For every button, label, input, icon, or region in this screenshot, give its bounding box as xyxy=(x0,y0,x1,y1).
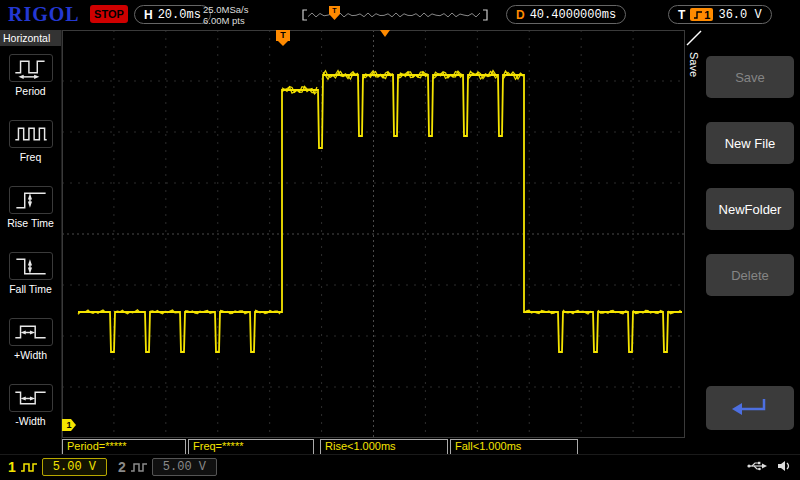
freq-icon xyxy=(9,120,53,148)
rigol-logo: RIGOL xyxy=(8,3,80,26)
menu-button-newfolder[interactable]: NewFolder xyxy=(706,188,794,230)
sidebar-item-freq[interactable]: Freq xyxy=(0,112,61,178)
left-bracket-icon xyxy=(303,10,307,20)
acquisition-info: 25.0MSa/s 6.00M pts xyxy=(203,4,248,26)
sidebar-item-width[interactable]: +Width xyxy=(0,310,61,376)
channel1-scale: 5.00 V xyxy=(42,458,107,476)
channel1-number: 1 xyxy=(8,459,16,475)
sidebar-item-label: Period xyxy=(0,85,61,97)
channel2-status[interactable]: 2 5.00 V xyxy=(118,458,217,476)
menu-tab-label: Save xyxy=(688,52,700,77)
measure-sidebar: Horizontal PeriodFreqRise TimeFall Time+… xyxy=(0,30,62,454)
sidebar-item-width[interactable]: -Width xyxy=(0,376,61,442)
horizontal-label: H xyxy=(144,8,153,22)
channel-status-bar: 1 5.00 V 2 5.00 V xyxy=(0,454,800,480)
trigger-position-marker[interactable]: T xyxy=(276,30,290,41)
sidebar-item-label: +Width xyxy=(0,349,61,361)
measurement-readout-row: Period=*****Freq=*****Rise<1.000msFall<1… xyxy=(62,439,578,455)
menu-button-delete[interactable]: Delete xyxy=(706,254,794,296)
trigger-info[interactable]: T 1 36.0 V xyxy=(668,5,772,24)
rising-edge-icon xyxy=(693,10,703,20)
menu-tab: Save xyxy=(685,30,703,77)
channel2-number: 2 xyxy=(118,459,126,475)
enter-arrow-icon xyxy=(720,394,780,422)
softkey-menu: Save SaveNew FileNewFolderDelete xyxy=(685,30,800,454)
waveform-plot xyxy=(62,30,685,438)
neg-width-icon xyxy=(9,384,53,412)
square-wave-icon xyxy=(20,461,38,473)
memory-depth: 6.00M pts xyxy=(203,15,248,26)
pos-width-icon xyxy=(9,318,53,346)
sidebar-item-rise-time[interactable]: Rise Time xyxy=(0,178,61,244)
period-icon xyxy=(9,54,53,82)
trigger-position-thumb-marker[interactable]: T xyxy=(329,6,340,20)
trigger-level: 36.0 V xyxy=(718,8,761,22)
sidebar-item-label: Rise Time xyxy=(0,217,61,229)
measurement-fall: Fall<1.000ms xyxy=(450,439,578,455)
channel1-status[interactable]: 1 5.00 V xyxy=(8,458,107,476)
measurement-period: Period=***** xyxy=(62,439,186,455)
sidebar-item-label: Freq xyxy=(0,151,61,163)
square-wave-icon xyxy=(130,461,148,473)
channel2-scale: 5.00 V xyxy=(152,458,217,476)
tab-corner-icon xyxy=(685,30,703,46)
trigger-label: T xyxy=(678,8,685,22)
top-status-bar: RIGOL STOP H 20.0ms 25.0MSa/s 6.00M pts … xyxy=(0,0,800,30)
sidebar-title: Horizontal xyxy=(0,30,61,46)
memory-position-bar[interactable]: T xyxy=(300,6,490,24)
right-bracket-icon xyxy=(483,10,487,20)
measurement-freq: Freq=***** xyxy=(188,439,314,455)
trigger-marker-label: T xyxy=(280,30,286,40)
waveform-display: T 1 xyxy=(62,30,685,438)
sidebar-item-label: -Width xyxy=(0,415,61,427)
menu-button-new-file[interactable]: New File xyxy=(706,122,794,164)
fall-time-icon xyxy=(9,252,53,280)
run-state-badge[interactable]: STOP xyxy=(90,5,128,23)
horizontal-timebase[interactable]: H 20.0ms xyxy=(134,5,211,24)
horizontal-delay[interactable]: D 40.4000000ms xyxy=(506,5,626,24)
horizontal-center-marker xyxy=(380,30,390,37)
svg-text:T: T xyxy=(332,7,337,14)
timebase-value: 20.0ms xyxy=(158,8,201,22)
measurement-rise: Rise<1.000ms xyxy=(320,439,448,455)
oscilloscope-screen: RIGOL STOP H 20.0ms 25.0MSa/s 6.00M pts … xyxy=(0,0,800,480)
sample-rate: 25.0MSa/s xyxy=(203,4,248,15)
sidebar-item-period[interactable]: Period xyxy=(0,46,61,112)
sidebar-item-fall-time[interactable]: Fall Time xyxy=(0,244,61,310)
trigger-source: 1 xyxy=(704,9,710,21)
sidebar-item-label: Fall Time xyxy=(0,283,61,295)
delay-value: 40.4000000ms xyxy=(530,8,616,22)
menu-button-return[interactable] xyxy=(706,386,794,430)
usb-icon xyxy=(746,459,768,473)
delay-label: D xyxy=(516,8,525,22)
menu-button-save[interactable]: Save xyxy=(706,56,794,98)
trigger-source-chip: 1 xyxy=(690,8,713,21)
rise-time-icon xyxy=(9,186,53,214)
speaker-icon[interactable] xyxy=(776,458,792,474)
